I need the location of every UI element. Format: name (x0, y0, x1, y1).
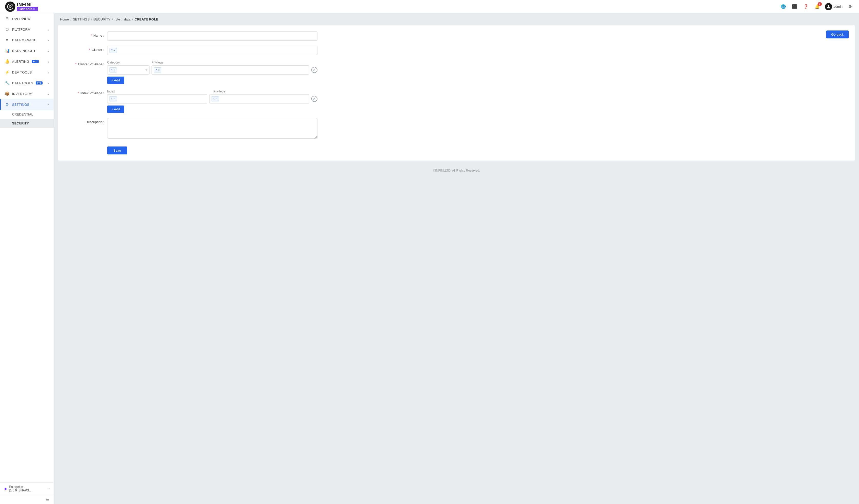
sidebar-item-data-insight-label: DATA INSIGHT (12, 49, 36, 53)
cluster-privilege-entry: * × ∨ * × ✕ (107, 65, 317, 75)
breadcrumb-settings[interactable]: SETTINGS (73, 17, 90, 21)
cluster-privilege-add-button[interactable]: + Add (107, 77, 124, 84)
dev-tools-chevron: ∨ (47, 71, 49, 74)
help-icon[interactable]: ❓ (802, 3, 810, 10)
cluster-field-wrap: * × (107, 46, 317, 55)
index-priv-tag: * × (212, 96, 219, 101)
sidebar-item-platform-label: PLATFORM (12, 28, 31, 31)
sidebar-item-alerting[interactable]: 🔔 ALERTING Pro ∨ (0, 56, 54, 67)
sidebar-bottom[interactable]: ◆ Enterprise (1.5.0_SNAPS... > (0, 482, 54, 495)
sidebar-item-overview[interactable]: ⊞ OVERVIEW (0, 13, 54, 24)
data-manage-icon: ≡ (5, 38, 10, 42)
privilege-tag-remove[interactable]: × (158, 69, 160, 72)
index-header: Index (107, 90, 115, 93)
settings-icon[interactable]: ⚙ (847, 3, 854, 10)
index-privilege-wrap: Index Privilege * × (107, 89, 317, 113)
enterprise-arrow: > (48, 487, 49, 490)
privilege-header: Privilege (152, 61, 163, 64)
sidebar-item-data-insight[interactable]: 📊 DATA INSIGHT ∨ (0, 45, 54, 56)
index-priv-tag-input[interactable]: * × (209, 94, 309, 104)
breadcrumb-role[interactable]: role (114, 17, 120, 21)
cluster-privilege-remove-button[interactable]: ✕ (311, 67, 317, 73)
content-area: Home / SETTINGS / SECURITY / role / data… (54, 13, 859, 504)
globe-icon[interactable]: 🌐 (780, 3, 787, 10)
logo-text: INFINI Console (17, 2, 38, 11)
sidebar-item-settings[interactable]: ⚙ SETTINGS ∧ (0, 99, 54, 110)
sidebar-collapse-icon[interactable]: ☰ (46, 497, 49, 502)
cluster-tag-remove[interactable]: × (114, 49, 115, 52)
index-headers: Index Privilege (107, 89, 317, 93)
data-tools-pro-badge: Pro (36, 81, 43, 84)
index-privilege-add-button[interactable]: + Add (107, 106, 124, 113)
index-tag-value: * (111, 97, 112, 101)
name-row: * Name : (66, 31, 847, 41)
footer-text: ©INFINI.LTD, All Rights Reserved. (433, 169, 480, 172)
breadcrumb-sep2: / (91, 17, 92, 21)
screen-icon[interactable]: ⬛ (791, 3, 798, 10)
index-priv-required: * (78, 91, 79, 95)
settings-nav-icon: ⚙ (5, 102, 10, 107)
sidebar-item-dev-tools-label: DEV TOOLS (12, 70, 32, 74)
save-button[interactable]: Save (107, 146, 127, 154)
breadcrumb-sep4: / (122, 17, 123, 21)
description-label: Description : (66, 118, 107, 124)
cluster-required: * (89, 48, 90, 52)
index-priv-tag-remove[interactable]: × (216, 98, 217, 100)
name-field-wrap (107, 31, 317, 41)
sidebar-item-settings-label: SETTINGS (12, 103, 29, 107)
name-label: * Name : (66, 31, 107, 37)
credential-label: CREDENTIAL (12, 112, 33, 116)
cluster-privilege-row: * Cluster Privilege : Category Privilege (66, 60, 847, 84)
privilege-tag-input[interactable]: * × (152, 65, 309, 75)
logo-lines (33, 8, 36, 10)
sidebar-item-overview-label: OVERVIEW (12, 17, 31, 21)
index-privilege-entry: * × * × ✕ (107, 94, 317, 104)
name-input[interactable] (107, 31, 317, 41)
logo: INFINI Console (5, 2, 38, 12)
sidebar-sub-item-security[interactable]: SECURITY (0, 119, 54, 128)
sidebar-item-dev-tools[interactable]: ⚡ DEV TOOLS ∨ (0, 67, 54, 78)
save-row: Save (66, 144, 847, 154)
breadcrumb-data[interactable]: data (124, 17, 131, 21)
enterprise-label: Enterprise (1.5.0_SNAPS... (9, 485, 46, 492)
sidebar-item-data-tools[interactable]: 🔧 DATA TOOLS Pro ∨ (0, 78, 54, 88)
platform-chevron: ∨ (47, 28, 49, 31)
cluster-tag-value: * (111, 49, 112, 52)
sidebar-item-data-manage[interactable]: ≡ DATA MANAGE ∨ (0, 35, 54, 45)
category-select[interactable]: * × ∨ (107, 65, 150, 75)
sidebar: ⊞ OVERVIEW ⬡ PLATFORM ∨ ≡ DATA MANAGE ∨ … (0, 13, 54, 504)
alerting-pro-badge: Pro (32, 60, 39, 63)
index-privilege-remove-button[interactable]: ✕ (311, 96, 317, 102)
cluster-privilege-wrap: Category Privilege * × ∨ (107, 60, 317, 84)
sidebar-sub-item-credential[interactable]: CREDENTIAL (0, 110, 54, 119)
notification-badge: 9 (818, 2, 822, 6)
header: INFINI Console 🌐 ⬛ ❓ 🔔 9 admin ⚙ (0, 0, 859, 13)
index-privilege-row: * Index Privilege : Index Privilege (66, 89, 847, 113)
breadcrumb-security[interactable]: SECURITY (94, 17, 110, 21)
sidebar-item-inventory-label: INVENTORY (12, 92, 32, 96)
cluster-label: * Cluster : (66, 46, 107, 52)
sidebar-item-inventory[interactable]: 📦 INVENTORY ∨ (0, 88, 54, 99)
description-wrap (107, 118, 317, 139)
cluster-tag-input[interactable]: * × (107, 46, 317, 55)
category-tag-remove[interactable]: × (114, 69, 115, 72)
alerting-chevron: ∨ (47, 60, 49, 63)
admin-section[interactable]: admin (825, 3, 843, 10)
index-tag-input[interactable]: * × (107, 94, 207, 104)
notification-icon[interactable]: 🔔 9 (814, 3, 821, 10)
sidebar-item-platform[interactable]: ⬡ PLATFORM ∨ (0, 24, 54, 35)
avatar (825, 3, 832, 10)
category-tag: * × (109, 67, 117, 73)
form-card: Go back * Name : * Cluster : (58, 25, 855, 161)
logo-icon (5, 2, 15, 12)
header-actions: 🌐 ⬛ ❓ 🔔 9 admin ⚙ (780, 3, 854, 10)
data-tools-icon: 🔧 (5, 81, 10, 85)
category-header: Category (107, 61, 120, 64)
breadcrumb-home[interactable]: Home (60, 17, 69, 21)
breadcrumb: Home / SETTINGS / SECURITY / role / data… (54, 13, 859, 25)
main-layout: ⊞ OVERVIEW ⬡ PLATFORM ∨ ≡ DATA MANAGE ∨ … (0, 13, 859, 504)
breadcrumb-sep5: / (132, 17, 133, 21)
description-textarea[interactable] (107, 118, 317, 139)
go-back-button[interactable]: Go back (826, 30, 849, 38)
index-tag-remove[interactable]: × (114, 98, 115, 100)
